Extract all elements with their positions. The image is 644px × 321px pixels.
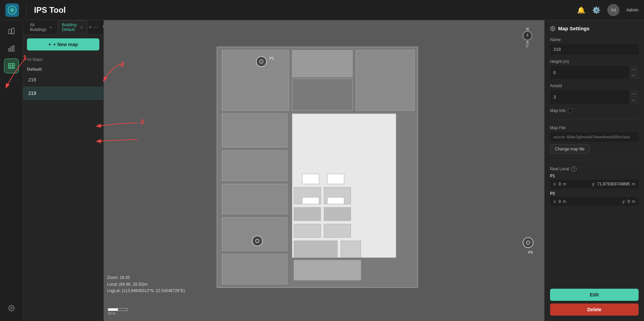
name-input[interactable]: [550, 44, 639, 55]
areaid-input-row: — +: [550, 90, 639, 104]
tab-add-button[interactable]: +: [89, 23, 92, 32]
svg-rect-36: [294, 241, 337, 258]
p2-coord-group: P2 x: 0 m y: 0 m: [550, 191, 639, 206]
p2-y-label: y:: [622, 199, 625, 204]
scale-bar-label: 10 m: [108, 312, 115, 315]
target-p1[interactable]: [255, 56, 267, 68]
plus-icon: +: [49, 42, 51, 47]
target-p2[interactable]: [251, 235, 263, 247]
svg-rect-28: [294, 207, 321, 221]
header-logo: IPS Tool: [5, 3, 577, 17]
compass: N S 0°: [521, 27, 534, 48]
svg-rect-34: [302, 197, 319, 204]
svg-marker-40: [527, 36, 528, 38]
svg-rect-6: [11, 47, 12, 51]
p1-coord-group: P1 x: 0 m y: 71.879383749895 m: [550, 174, 639, 188]
lnglat-info: LngLat: (113.94848312°N, 22.54548728°E): [107, 288, 185, 294]
header-right: 🔔 ⚙️ Ad Admin: [577, 4, 639, 16]
gear-icon[interactable]: ⚙️: [592, 6, 601, 14]
p1-label: P1: [269, 56, 274, 60]
p1-x-label: x:: [553, 182, 556, 186]
new-map-label: + New map: [53, 42, 78, 47]
tabs-bar: All Buildings ✕ Building-Default ✕ + ···…: [23, 20, 103, 34]
compass-circle: [523, 31, 532, 40]
map-list-item-218[interactable]: 218: [23, 73, 103, 86]
real-local-help-icon[interactable]: ?: [571, 166, 577, 172]
new-map-button[interactable]: + + New map: [27, 38, 99, 50]
height-decrement[interactable]: +: [630, 72, 639, 79]
left-panel: All Buildings ✕ Building-Default ✕ + ···…: [23, 20, 104, 321]
target-p2-circle: [252, 236, 263, 246]
target-p1-inner: [259, 60, 263, 64]
bell-icon[interactable]: 🔔: [577, 6, 585, 14]
svg-rect-33: [327, 174, 344, 184]
sidebar-item-settings[interactable]: [4, 301, 19, 316]
delete-button[interactable]: Delete: [550, 304, 639, 316]
height-increment[interactable]: —: [630, 66, 639, 72]
compass-n-label: N: [526, 27, 529, 31]
svg-marker-39: [527, 34, 528, 36]
tab-close-building-default[interactable]: ✕: [80, 26, 83, 29]
compass-deg-label: 0°: [526, 44, 529, 48]
sidebar-item-building[interactable]: [4, 24, 19, 38]
map-list-item-219[interactable]: 219: [23, 86, 103, 100]
tab-close-all-buildings[interactable]: ✕: [49, 26, 52, 29]
p2-y-value: 0: [627, 199, 630, 204]
map-info-checkbox[interactable]: [568, 108, 573, 113]
svg-rect-29: [324, 207, 351, 221]
areaid-increment[interactable]: —: [630, 90, 639, 97]
areaid-label: AreaId: [550, 83, 639, 88]
p2-x-value: 0: [558, 199, 561, 204]
header-divider: [26, 5, 27, 15]
svg-rect-17: [292, 50, 353, 77]
edit-button[interactable]: Edit: [550, 289, 639, 301]
change-map-button[interactable]: Change map file: [550, 144, 589, 154]
tabs-more-button[interactable]: ···: [93, 24, 98, 31]
map-area[interactable]: N S 0° P1: [104, 20, 544, 321]
p2-x-unit: m: [563, 199, 620, 204]
local-info: Local: (84.96, 28.30)m: [107, 281, 185, 288]
map-info-field-group: Map Info: [550, 108, 639, 113]
svg-rect-5: [8, 48, 10, 51]
p1-coord-label: P1: [550, 174, 639, 178]
map-settings-icon: [550, 26, 555, 31]
height-input[interactable]: [550, 67, 630, 78]
svg-rect-3: [11, 28, 14, 34]
height-stepper: — +: [630, 66, 639, 79]
target-p3[interactable]: [522, 237, 534, 249]
svg-rect-32: [302, 174, 319, 184]
areaid-decrement[interactable]: +: [630, 97, 639, 104]
logo-icon: [5, 3, 19, 17]
target-p1-circle: [256, 56, 267, 67]
p1-y-label: y:: [592, 182, 595, 186]
map-info-label: Map Info: [550, 108, 566, 113]
target-p3-circle: [523, 237, 534, 248]
svg-point-1: [11, 9, 13, 11]
name-label: Name: [550, 37, 639, 42]
tab-building-default[interactable]: Building-Default ✕: [58, 20, 88, 34]
header: IPS Tool 🔔 ⚙️ Ad Admin: [0, 0, 644, 20]
right-panel-header: Map Settings: [550, 26, 639, 31]
p1-y-unit: m: [632, 182, 635, 186]
all-maps-label: All Maps: [23, 55, 103, 65]
p1-y-value: 71.879383749895: [597, 182, 630, 186]
admin-label: Admin: [626, 7, 639, 12]
map-list-section-default: Default: [23, 65, 103, 73]
tab-all-buildings[interactable]: All Buildings ✕: [26, 20, 56, 34]
areaid-input[interactable]: [550, 90, 630, 104]
action-buttons: Edit Delete: [550, 289, 639, 316]
sidebar-icons: [0, 20, 23, 321]
map-file-source: source: 65dw7g0evw0d74wav9reiq4500ro3aul: [550, 132, 639, 142]
areaid-stepper: — +: [630, 90, 639, 104]
svg-rect-22: [222, 150, 287, 180]
app-title: IPS Tool: [34, 5, 66, 15]
zoom-info: Zoom: 19.35: [107, 275, 185, 281]
sidebar-item-chart[interactable]: [4, 41, 19, 56]
target-p2-inner: [255, 239, 259, 243]
scale-bar: 10 m: [108, 308, 128, 316]
p2-coord-label: P2: [550, 191, 639, 196]
svg-point-13: [10, 308, 12, 309]
sidebar-item-map[interactable]: [4, 59, 19, 73]
svg-rect-7: [13, 46, 14, 51]
avatar[interactable]: Ad: [607, 4, 619, 16]
